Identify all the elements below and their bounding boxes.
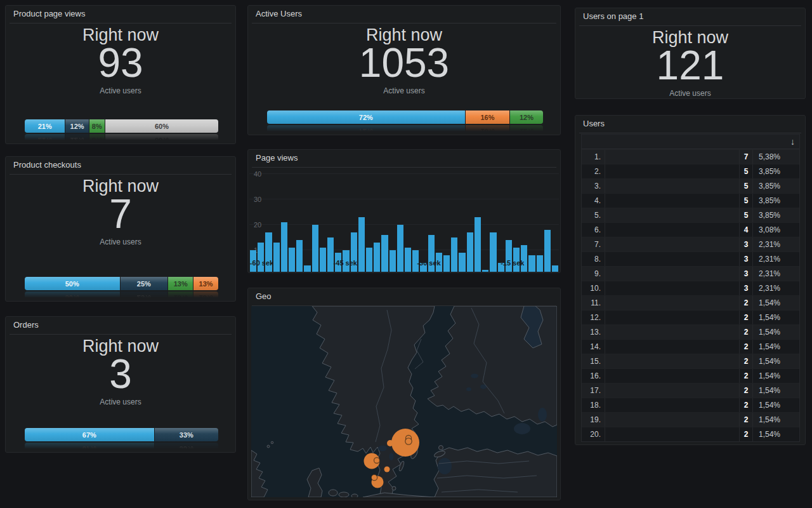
percent-cell: 5,38% [753,150,799,164]
bar-segment: 12% [65,134,88,140]
panel-title[interactable]: Product page views [10,6,232,23]
rank-cell: 12. [582,311,605,324]
rank-cell: 19. [582,413,605,427]
user-cell [605,311,740,324]
bar [296,240,303,272]
rank-cell: 11. [582,296,605,310]
lake-ladoga [514,423,530,434]
rank-cell: 10. [582,281,605,295]
panel-title[interactable]: Active Users [252,6,556,23]
count-cell: 3 [740,281,753,295]
bar-reflection: 21%12%8%60% [25,134,218,140]
bar-reflection: 50%25%13%13% [25,291,218,298]
table-row: 7.32,31% [582,237,799,251]
orkney-island [271,441,273,444]
panel-title[interactable]: Page views [252,150,556,168]
user-cell [605,179,740,193]
bar [358,217,365,272]
user-cell [605,164,740,178]
percent-cell: 2,31% [753,267,799,281]
bar-segment: 21% [25,119,65,133]
bar-segment: 12% [65,119,88,133]
percent-cell: 1,54% [753,427,799,441]
table-row: 1.75,38% [582,149,799,164]
stat-value: 3 [6,352,235,396]
panel-title[interactable]: Geo [252,288,556,306]
percent-cell: 3,08% [753,223,799,237]
panel-title[interactable]: Users on page 1 [579,8,801,26]
bar-segment: 33% [155,443,218,449]
percent-cell: 2,31% [753,252,799,266]
count-cell: 2 [740,427,753,441]
percent-cell: 1,54% [753,311,799,324]
panel-product-page-views: Product page views Right now 93 Active u… [5,5,236,144]
x-axis-tick: -60 sek [250,259,273,267]
panel-page-views: Page views 10203040-60 sek-45 sek-30 sek… [247,149,561,273]
table-row: 4.53,85% [582,193,799,208]
geo-bubble-ring [374,458,380,464]
lake-onega [538,408,547,422]
panel-users-table: Users ↓ 1.75,38%2.53,85%3.53,85%4.53,85%… [575,115,806,445]
bar [552,265,558,272]
rank-cell: 18. [582,398,605,412]
bar-segment: 13% [168,277,193,290]
distribution-bar: 21%12%8%60%21%12%8%60% [25,119,218,140]
table-row: 19.21,54% [582,412,799,427]
bar-reflection: 72%16%12% [267,125,543,131]
user-cell [605,325,740,339]
count-cell: 5 [740,164,753,178]
geo-map[interactable] [251,306,557,497]
rank-cell: 14. [582,340,605,354]
bar-segment: 25% [121,291,168,298]
percent-cell: 3,85% [753,179,799,193]
percent-cell: 1,54% [753,398,799,412]
bar [405,248,411,272]
bar [528,255,535,272]
page-views-plot[interactable]: 10203040-60 sek-45 sek-30 sek-15 sek [249,167,559,272]
rank-cell: 5. [582,208,605,222]
bar [506,240,512,272]
user-cell [605,384,740,398]
panel-title[interactable]: Orders [10,317,232,335]
user-cell [605,237,740,251]
rank-cell: 3. [582,179,605,193]
bar-segment: 16% [466,110,509,124]
distribution-bar: 72%16%12%72%16%12% [267,110,543,131]
panel-title[interactable]: Users [579,116,801,133]
x-axis-tick: -45 sek [334,259,357,267]
bar [521,245,527,272]
rank-cell: 15. [582,354,605,368]
bar-segment: 67% [25,428,154,441]
distribution-bar: 50%25%13%13%50%25%13%13% [25,277,218,298]
bar [273,243,280,272]
table-row: 5.53,85% [582,208,799,222]
count-cell: 2 [740,384,753,398]
table-row: 13.21,54% [582,324,799,339]
stat-sublabel: Active users [6,86,235,95]
rank-cell: 7. [582,237,605,251]
denmark-island [351,494,358,497]
percent-cell: 1,54% [753,369,799,383]
count-cell: 2 [740,296,753,310]
bar-segment: 67% [25,443,154,449]
bar [544,230,551,272]
user-cell [605,208,740,222]
percent-cell: 1,54% [753,354,799,368]
rank-cell: 6. [582,223,605,237]
table-row: 14.21,54% [582,339,799,354]
bar [320,248,326,272]
count-cell: 3 [740,252,753,266]
table-row: 3.53,85% [582,178,799,193]
user-cell [605,340,740,354]
rank-cell: 13. [582,325,605,339]
sort-descending-icon[interactable]: ↓ [790,135,795,149]
table-row: 10.32,31% [582,281,799,295]
panel-title[interactable]: Product checkouts [10,157,232,175]
bar [459,253,465,272]
user-cell [605,150,740,164]
percent-cell: 2,31% [753,281,799,295]
percent-cell: 1,54% [753,413,799,427]
rank-cell: 8. [582,252,605,266]
table-row: 6.43,08% [582,222,799,237]
bar [397,225,403,272]
